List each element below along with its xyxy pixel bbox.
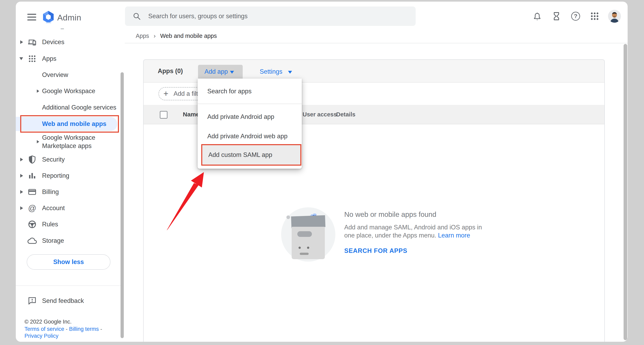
chevron-right-icon (37, 90, 39, 93)
sidebar-scrollbar-thumb[interactable] (120, 72, 124, 338)
sidebar-item-billing[interactable]: Billing (16, 184, 129, 200)
dropdown-caret-icon (230, 71, 234, 74)
sidebar-item-label: Billing (42, 188, 59, 196)
footer-links-line1: Terms of service - Billing terms - (24, 326, 102, 332)
apps-launcher-icon[interactable] (590, 11, 600, 21)
sidebar-item-label: Rules (42, 221, 58, 228)
search-placeholder: Search for users, groups or settings (148, 13, 248, 20)
page-scrollbar-thumb[interactable] (624, 44, 627, 340)
menu-item-add-private-android-web-app[interactable]: Add private Android web app (198, 128, 302, 144)
sidebar-item-security[interactable]: Security (16, 151, 129, 168)
menu-divider (198, 104, 302, 104)
google-admin-logo-icon (42, 10, 55, 24)
plus-icon: + (164, 89, 168, 99)
menu-item-label: Add private Android web app (207, 133, 288, 140)
sidebar-item-label: Google Workspace (42, 88, 95, 95)
avatar[interactable] (608, 10, 621, 23)
breadcrumb-current: Web and mobile apps (160, 33, 217, 39)
add-app-dropdown-menu: Search for apps Add private Android app … (198, 79, 302, 169)
breadcrumb-parent[interactable]: Apps (136, 33, 149, 39)
menu-item-search-for-apps[interactable]: Search for apps (198, 83, 302, 99)
devices-icon (28, 38, 37, 47)
sidebar-item-label: Additional Google services (42, 104, 116, 111)
menu-item-label: Add custom SAML app (208, 151, 272, 159)
steering-wheel-icon (28, 220, 37, 229)
send-feedback-label: Send feedback (42, 297, 84, 304)
header-divider (125, 43, 628, 43)
learn-more-link[interactable]: Learn more (438, 232, 470, 239)
breadcrumb-separator-icon: › (154, 32, 156, 39)
clipped-row-sliver (46, 22, 51, 23)
help-icon[interactable]: ? (571, 12, 581, 22)
sidebar-item-label: Overview (42, 71, 68, 79)
open-box-flap (291, 215, 326, 228)
sidebar-item-devices[interactable]: Devices (16, 34, 129, 50)
sidebar-item-label: Google Workspace Marketplace apps (42, 133, 105, 150)
sidebar-item-apps[interactable]: Apps (16, 51, 129, 67)
sidebar-item-additional-google-services[interactable]: Additional Google services (16, 99, 129, 116)
hamburger-menu-icon[interactable] (27, 14, 36, 21)
empty-state-title: No web or mobile apps found (344, 210, 436, 218)
apps-grid-icon (28, 54, 37, 63)
column-header-user-access[interactable]: User access (302, 111, 337, 118)
settings-label: Settings (260, 68, 282, 75)
billing-terms-link[interactable]: Billing terms (69, 326, 99, 332)
menu-item-label: Add private Android app (207, 113, 274, 121)
box-eye (307, 247, 309, 249)
privacy-policy-link[interactable]: Privacy Policy (24, 333, 58, 339)
chevron-right-icon (20, 40, 23, 44)
copyright-text: © 2022 Google Inc. (24, 319, 72, 325)
add-app-label: Add app (204, 68, 228, 75)
global-search-input[interactable]: Search for users, groups or settings (125, 7, 416, 26)
sidebar-item-label: Account (42, 204, 65, 212)
breadcrumb: Apps › Web and mobile apps (136, 32, 217, 39)
show-less-button[interactable]: Show less (27, 254, 110, 270)
empty-state-body-line2: one place, under the Apps menu. Learn mo… (344, 232, 470, 239)
sidebar-item-storage[interactable]: Storage (16, 233, 129, 249)
sidebar-item-label: Storage (42, 237, 64, 244)
annotation-arrow (162, 168, 210, 234)
box-mouth (300, 253, 309, 255)
sidebar-item-label: Devices (42, 39, 64, 46)
annotation-box-saml: Add custom SAML app (201, 144, 301, 166)
chevron-right-icon (20, 174, 23, 178)
column-header-details[interactable]: Details (336, 111, 355, 118)
cloud-icon (28, 236, 37, 245)
sidebar-item-overview[interactable]: Overview (16, 67, 129, 83)
show-less-label: Show less (53, 258, 84, 266)
add-app-button[interactable]: Add app (198, 65, 243, 79)
select-all-checkbox[interactable] (160, 111, 168, 119)
feedback-icon (28, 296, 37, 305)
chevron-right-icon (20, 190, 23, 194)
box-eye (298, 247, 301, 249)
empty-state-body-line1: Add and manage SAML, Android and iOS app… (344, 224, 482, 231)
sidebar-item-google-workspace[interactable]: Google Workspace (16, 83, 129, 99)
chevron-down-icon (20, 57, 23, 60)
chevron-right-icon (20, 206, 23, 210)
hourglass-icon[interactable] (552, 11, 561, 21)
empty-state-body-text: one place, under the Apps menu. (344, 232, 438, 239)
dust-dot-decoration (286, 215, 290, 219)
menu-item-add-private-android-app[interactable]: Add private Android app (198, 109, 302, 125)
search-for-apps-link[interactable]: SEARCH FOR APPS (344, 247, 407, 254)
clipped-row-dash (61, 29, 64, 29)
send-feedback-button[interactable]: Send feedback (16, 293, 129, 309)
box-handle-slot (297, 231, 312, 237)
notifications-bell-icon[interactable] (532, 11, 542, 21)
sidebar-item-rules[interactable]: Rules (16, 216, 129, 232)
footer-dash: - (99, 326, 102, 332)
settings-button[interactable]: Settings (253, 65, 294, 79)
help-glyph: ? (574, 13, 577, 20)
terms-of-service-link[interactable]: Terms of service (24, 326, 64, 332)
sidebar-item-label: Apps (42, 55, 56, 62)
sidebar-item-reporting[interactable]: Reporting (16, 168, 129, 184)
at-sign-icon: @ (28, 203, 37, 213)
annotation-box-sidebar (20, 115, 119, 133)
credit-card-icon (28, 187, 37, 197)
chevron-right-icon (20, 158, 23, 161)
sidebar-item-marketplace-apps[interactable]: Google Workspace Marketplace apps (16, 131, 129, 152)
menu-item-add-custom-saml-app[interactable]: Add custom SAML app (202, 147, 300, 163)
search-icon (133, 12, 141, 21)
admin-title: Admin (57, 13, 81, 23)
sidebar-item-account[interactable]: @ Account (16, 200, 129, 216)
